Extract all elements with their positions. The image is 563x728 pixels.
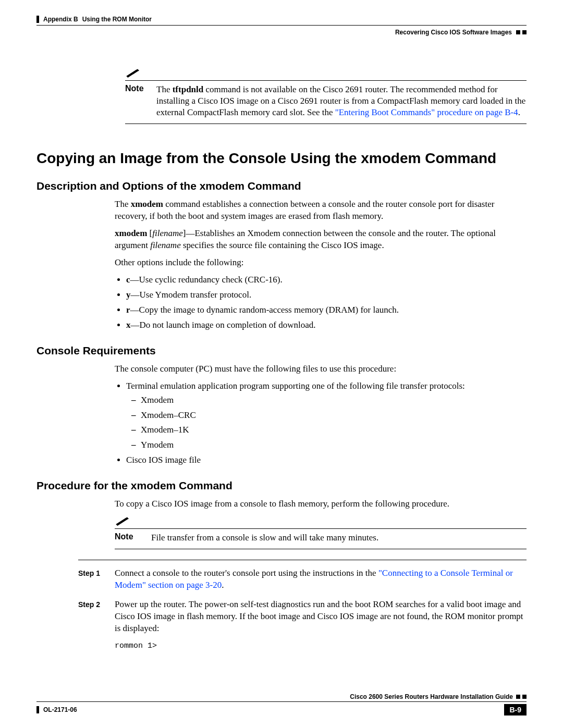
desc-p2: xmodem [filename]—Establishes an Xmodem … (115, 228, 527, 252)
note-link[interactable]: "Entering Boot Commands" procedure on pa… (335, 107, 518, 117)
note-label: Note (125, 84, 156, 93)
note-command: tftpdnld (173, 84, 204, 94)
note-rule-bottom (125, 124, 527, 124)
footer-bar-icon (36, 706, 39, 713)
option-y: y—Use Ymodem transfer protocol. (126, 289, 527, 301)
console-req-item-1: Terminal emulation application program s… (126, 380, 527, 452)
step-2-text: Power up the router. The power-on self-t… (115, 599, 527, 651)
pencil-icon (115, 515, 527, 527)
page: Appendix B Using the ROM Monitor Recover… (0, 0, 563, 728)
page-footer: Cisco 2600 Series Routers Hardware Insta… (36, 693, 527, 715)
header-appendix: Appendix B (43, 16, 78, 23)
option-c: c—Use cyclic redundancy check (CRC-16). (126, 274, 527, 286)
page-number-badge: B-9 (504, 704, 527, 715)
header-bar-icon (36, 16, 39, 23)
proc-intro: To copy a Cisco IOS image from a console… (115, 498, 527, 510)
step-1: Step 1 Connect a console to the router's… (78, 567, 527, 591)
step-2: Step 2 Power up the router. The power-on… (78, 599, 527, 651)
page-header: Appendix B Using the ROM Monitor Recover… (36, 16, 527, 36)
step-1-label: Step 1 (78, 567, 115, 578)
footer-doc: OL-2171-06 (36, 706, 77, 713)
step-2-label: Step 2 (78, 599, 115, 610)
subsection-description: Description and Options of the xmodem Co… (36, 180, 527, 192)
protocol-xmodem-1k: Xmodem–1K (141, 424, 527, 436)
header-rule (36, 25, 527, 26)
protocol-ymodem: Ymodem (141, 439, 527, 451)
step-1-text: Connect a console to the router's consol… (115, 567, 527, 591)
note2-rule-top (115, 528, 527, 529)
content-area: Note The tftpdnld command is not availab… (36, 67, 527, 651)
footer-squares-icon (516, 695, 527, 699)
header-squares-icon (516, 30, 527, 34)
note2-label: Note (115, 532, 151, 541)
desc-p1: The xmodem command establishes a connect… (115, 199, 527, 223)
console-req-list: Terminal emulation application program s… (115, 380, 527, 467)
option-r: r—Copy the image to dynamic random-acces… (126, 304, 527, 316)
footer-guide: Cisco 2600 Series Routers Hardware Insta… (36, 693, 527, 700)
desc-opts-intro: Other options include the following: (115, 257, 527, 269)
rommon-prompt: rommon 1> (115, 641, 527, 651)
header-section: Recovering Cisco IOS Software Images (395, 29, 512, 36)
procedure-body: To copy a Cisco IOS image from a console… (115, 498, 527, 510)
console-intro: The console computer (PC) must have the … (115, 363, 527, 375)
footer-rule (36, 701, 527, 702)
protocol-xmodem: Xmodem (141, 394, 527, 406)
steps-rule-top (78, 560, 527, 560)
header-topic: Using the ROM Monitor (82, 16, 152, 23)
note-block-slow: Note File transfer from a console is slo… (115, 515, 527, 549)
note2-text: File transfer from a console is slow and… (151, 532, 378, 544)
console-req-body: The console computer (PC) must have the … (115, 363, 527, 467)
console-req-item-2: Cisco IOS image file (126, 454, 527, 466)
note-block-top: Note The tftpdnld command is not availab… (125, 67, 527, 124)
header-right: Recovering Cisco IOS Software Images (36, 29, 527, 36)
pencil-icon (125, 67, 527, 79)
section-title: Copying an Image from the Console Using … (36, 150, 527, 167)
option-x: x—Do not launch image on completion of d… (126, 319, 527, 331)
protocol-xmodem-crc: Xmodem–CRC (141, 410, 527, 422)
header-left: Appendix B Using the ROM Monitor (36, 16, 527, 23)
subsection-console-req: Console Requirements (36, 344, 527, 357)
note-rule-top (125, 80, 527, 81)
protocol-list: Xmodem Xmodem–CRC Xmodem–1K Ymodem (126, 394, 527, 452)
note-text: The tftpdnld command is not available on… (156, 84, 527, 118)
subsection-procedure: Procedure for the xmodem Command (36, 479, 527, 492)
description-body: The xmodem command establishes a connect… (115, 199, 527, 331)
options-list: c—Use cyclic redundancy check (CRC-16). … (115, 274, 527, 331)
note2-rule-bottom (115, 549, 527, 549)
